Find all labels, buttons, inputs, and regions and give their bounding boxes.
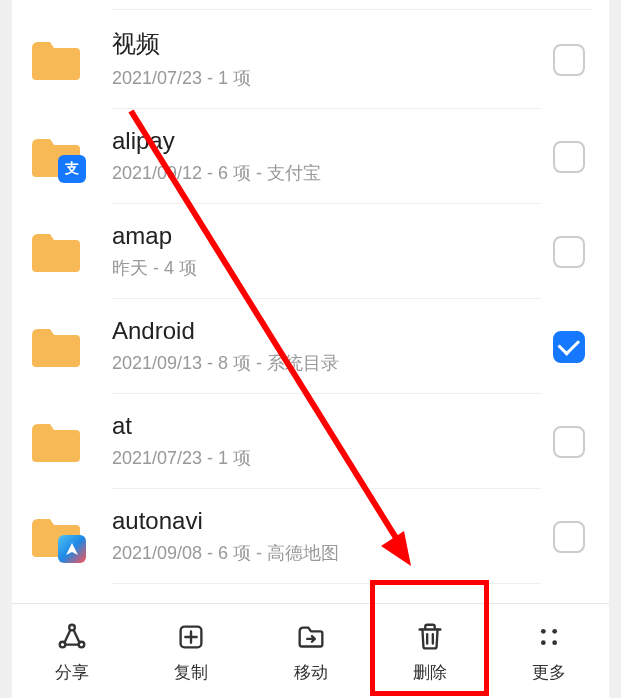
folder-icon bbox=[28, 418, 84, 466]
folder-icon bbox=[28, 323, 84, 371]
file-info: alipay 2021/09/12 - 6 项 - 支付宝 bbox=[112, 127, 541, 204]
checkbox[interactable] bbox=[553, 141, 585, 173]
file-title: alipay bbox=[112, 127, 541, 155]
more-label: 更多 bbox=[532, 661, 566, 684]
svg-point-4 bbox=[541, 628, 546, 633]
file-meta: 2021/09/13 - 8 项 - 系统目录 bbox=[112, 351, 541, 375]
checkbox[interactable] bbox=[553, 44, 585, 76]
checkbox[interactable] bbox=[553, 236, 585, 268]
share-button[interactable]: 分享 bbox=[12, 604, 131, 698]
share-icon bbox=[54, 619, 90, 655]
file-meta: 昨天 - 4 项 bbox=[112, 256, 541, 280]
file-info: amap 昨天 - 4 项 bbox=[112, 222, 541, 299]
file-meta: 2021/09/08 - 6 项 - 高德地图 bbox=[112, 541, 541, 565]
svg-point-7 bbox=[553, 640, 558, 645]
file-title: at bbox=[112, 412, 541, 440]
file-title: amap bbox=[112, 222, 541, 250]
list-item[interactable]: autonavi 2021/09/08 - 6 项 - 高德地图 bbox=[12, 489, 609, 584]
list-item[interactable]: at 2021/07/23 - 1 项 bbox=[12, 394, 609, 489]
folder-icon bbox=[28, 228, 84, 276]
folder-icon bbox=[28, 513, 84, 561]
list-item[interactable]: 支 alipay 2021/09/12 - 6 项 - 支付宝 bbox=[12, 109, 609, 204]
folder-icon bbox=[28, 36, 84, 84]
file-meta: 2021/09/12 - 6 项 - 支付宝 bbox=[112, 161, 541, 185]
file-info: Android 2021/09/13 - 8 项 - 系统目录 bbox=[112, 317, 541, 394]
file-title: Android bbox=[112, 317, 541, 345]
alipay-badge-icon: 支 bbox=[58, 155, 86, 183]
file-meta: 2021/07/23 - 1 项 bbox=[112, 66, 541, 90]
file-info: at 2021/07/23 - 1 项 bbox=[112, 412, 541, 489]
move-icon bbox=[293, 619, 329, 655]
more-button[interactable]: 更多 bbox=[490, 604, 609, 698]
list-item[interactable]: Backucup bbox=[12, 584, 609, 603]
autonavi-badge-icon bbox=[58, 535, 86, 563]
list-item[interactable]: amap 昨天 - 4 项 bbox=[12, 204, 609, 299]
folder-icon: 支 bbox=[28, 133, 84, 181]
copy-button[interactable]: 复制 bbox=[131, 604, 250, 698]
file-title: 视频 bbox=[112, 28, 541, 60]
copy-label: 复制 bbox=[174, 661, 208, 684]
copy-icon bbox=[173, 619, 209, 655]
file-list: 视频 2021/07/23 - 1 项 支 alipay 2021/09/12 … bbox=[12, 0, 609, 603]
file-title: autonavi bbox=[112, 507, 541, 535]
file-info: 视频 2021/07/23 - 1 项 bbox=[112, 28, 541, 109]
share-label: 分享 bbox=[55, 661, 89, 684]
list-item[interactable]: 视频 2021/07/23 - 1 项 bbox=[12, 10, 609, 109]
checkbox[interactable] bbox=[553, 521, 585, 553]
file-manager-container: 视频 2021/07/23 - 1 项 支 alipay 2021/09/12 … bbox=[12, 0, 609, 698]
more-icon bbox=[531, 619, 567, 655]
checkbox[interactable] bbox=[553, 426, 585, 458]
checkbox[interactable] bbox=[553, 331, 585, 363]
move-button[interactable]: 移动 bbox=[251, 604, 370, 698]
delete-button[interactable]: 删除 bbox=[370, 604, 489, 698]
list-item[interactable]: Android 2021/09/13 - 8 项 - 系统目录 bbox=[12, 299, 609, 394]
trash-icon bbox=[412, 619, 448, 655]
partial-row-divider bbox=[112, 0, 593, 10]
svg-point-5 bbox=[553, 628, 558, 633]
move-label: 移动 bbox=[294, 661, 328, 684]
delete-label: 删除 bbox=[413, 661, 447, 684]
file-meta: 2021/07/23 - 1 项 bbox=[112, 446, 541, 470]
file-info: autonavi 2021/09/08 - 6 项 - 高德地图 bbox=[112, 507, 541, 584]
bottom-toolbar: 分享 复制 移动 bbox=[12, 603, 609, 698]
svg-point-6 bbox=[541, 640, 546, 645]
